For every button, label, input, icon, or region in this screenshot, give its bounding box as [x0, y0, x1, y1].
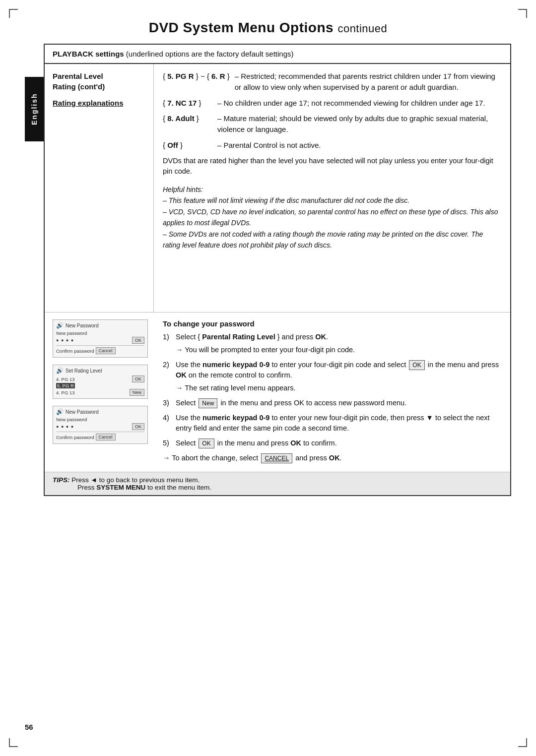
- ss1-row3: Confirm password Cancel: [56, 347, 144, 354]
- rating-row-nc17: { 7. NC 17 } – No children under age 17;…: [163, 98, 500, 109]
- tips-tip1: Press ◄ to go back to previous menu item…: [71, 476, 200, 484]
- ss2-row1: 4. PG 13 OK: [56, 376, 144, 382]
- screenshots-column: 🔊 New Password New password ● ● ● ● OK C…: [45, 319, 154, 468]
- ss3-icon: 🔊: [56, 408, 64, 415]
- corner-bl: [9, 738, 18, 747]
- rating-code-nc17: { 7. NC 17 }: [163, 98, 217, 109]
- ss2-item1: 4. PG 13: [56, 377, 75, 382]
- rating-code-pgr: { 5. PG R } ~ { 6. R }: [163, 71, 235, 93]
- helpful-hints: Helpful hints: – This feature will not l…: [163, 184, 500, 251]
- content-area: Parental Level Rating (cont'd) Rating ex…: [45, 64, 510, 312]
- steps-list: 1) Select { Parental Rating Level } and …: [163, 332, 501, 464]
- ss2-row2: 5. PG R: [56, 383, 144, 388]
- ss1-title-text: New Password: [66, 323, 99, 328]
- rating-code-off: { Off }: [163, 140, 217, 151]
- step-1-arrow-text: → You will be prompted to enter your fou…: [176, 345, 355, 356]
- rating-desc-adult: – Mature material; should be viewed only…: [217, 113, 500, 135]
- ss3-label2: Confirm password: [56, 435, 94, 440]
- ss3-row2: ● ● ● ● OK: [56, 423, 144, 430]
- step-5-text: Select OK in the menu and press OK to co…: [176, 438, 501, 449]
- ss1-label1: New password: [56, 330, 91, 336]
- ss3-title: 🔊 New Password: [56, 408, 144, 415]
- change-password-instructions: To change your password 1) Select { Pare…: [154, 319, 510, 468]
- tips-tip2: Press SYSTEM MENU to exit the menu item.: [77, 484, 211, 491]
- ss3-row3: Confirm password Cancel: [56, 434, 144, 441]
- ss2-icon: 🔊: [56, 367, 64, 374]
- step-5: 5) Select OK in the menu and press OK to…: [163, 438, 501, 449]
- ss3-separator: [56, 432, 144, 432]
- ss2-title-text: Set Rating Level: [66, 368, 102, 374]
- step-2-arrow: → The set rating level menu appears.: [176, 383, 501, 394]
- title-continued: continued: [337, 22, 387, 35]
- right-column: { 5. PG R } ~ { 6. R } – Restricted; rec…: [154, 64, 510, 312]
- step-4: 4) Use the numeric keypad 0-9 to enter y…: [163, 413, 501, 435]
- ss2-item3: 4. PG 13: [56, 390, 75, 395]
- rating-row-adult: { 8. Adult } – Mature material; should b…: [163, 113, 500, 135]
- rating-desc-nc17: – No children under age 17; not recommen…: [217, 98, 500, 109]
- rating-row-pgr: { 5. PG R } ~ { 6. R } – Restricted; rec…: [163, 71, 500, 93]
- step-2-num: 2): [163, 360, 172, 381]
- step-3: 3) Select New in the menu and press OK t…: [163, 398, 501, 409]
- step-2: 2) Use the numeric keypad 0-9 to enter y…: [163, 360, 501, 381]
- step-3-num: 3): [163, 398, 172, 409]
- ss1-row2: ● ● ● ● OK: [56, 337, 144, 344]
- step-2-text: Use the numeric keypad 0-9 to enter your…: [176, 360, 501, 381]
- title-text: DVD System Menu Options: [149, 20, 334, 35]
- step-5-num: 5): [163, 438, 172, 449]
- page-number: 56: [25, 723, 33, 731]
- step-2-arrow-text: → The set rating level menu appears.: [176, 383, 296, 394]
- rating-desc-off: – Parental Control is not active.: [217, 140, 500, 151]
- ss3-cancel-btn[interactable]: Cancel: [96, 434, 116, 441]
- left-column: Parental Level Rating (cont'd) Rating ex…: [45, 64, 154, 312]
- playback-header-bold: PLAYBACK settings: [53, 50, 124, 58]
- english-sidebar-label: English: [25, 77, 44, 141]
- rating-code-adult: { 8. Adult }: [163, 113, 217, 135]
- new-button-inline[interactable]: New: [199, 398, 217, 408]
- hint-1: – This feature will not limit viewing if…: [163, 195, 500, 206]
- bottom-section: 🔊 New Password New password ● ● ● ● OK C…: [45, 312, 510, 468]
- screenshot-new-password-2: 🔊 New Password New password ● ● ● ● OK C…: [53, 406, 148, 444]
- playback-header: PLAYBACK settings (underlined options ar…: [45, 45, 510, 64]
- tips-label: TIPS:: [53, 476, 70, 484]
- rating-contd-label: Rating (cont'd): [53, 82, 147, 91]
- main-content-box: PLAYBACK settings (underlined options ar…: [44, 44, 511, 496]
- ss1-cancel-btn[interactable]: Cancel: [96, 347, 116, 354]
- ss1-title: 🔊 New Password: [56, 322, 144, 329]
- ss1-label2: Confirm password: [56, 348, 94, 354]
- playback-header-note: (underlined options are the factory defa…: [126, 50, 294, 58]
- ss2-ok-btn[interactable]: OK: [132, 376, 144, 382]
- ss3-title-text: New Password: [66, 409, 99, 415]
- change-pw-title: To change your password: [163, 319, 501, 328]
- ss2-item2-selected: 5. PG R: [56, 383, 75, 388]
- ok-button-inline-2[interactable]: OK: [199, 439, 214, 448]
- abort-note: → To abort the change, select CANCEL and…: [163, 453, 501, 464]
- step-1-arrow: → You will be prompted to enter your fou…: [176, 345, 501, 356]
- ss1-ok-btn[interactable]: OK: [132, 337, 144, 344]
- rating-explanations-label: Rating explanations: [53, 99, 147, 107]
- hints-title: Helpful hints:: [163, 184, 500, 195]
- step-4-num: 4): [163, 413, 172, 435]
- screenshot-set-rating: 🔊 Set Rating Level 4. PG 13 OK 5. PG R 4…: [53, 365, 148, 399]
- cancel-button-inline[interactable]: CANCEL: [261, 453, 292, 463]
- corner-tl: [9, 9, 18, 18]
- corner-tr: [518, 9, 527, 18]
- step-3-text: Select New in the menu and press OK to a…: [176, 398, 501, 409]
- ss1-dots1: ● ● ● ●: [56, 338, 131, 343]
- ss3-label1: New password: [56, 417, 91, 422]
- tips-bar: TIPS: Press ◄ to go back to previous men…: [45, 472, 510, 495]
- hint-2: – VCD, SVCD, CD have no level indication…: [163, 206, 500, 229]
- page: DVD System Menu Options continued Englis…: [0, 0, 536, 756]
- rating-desc-pgr: – Restricted; recommended that parents r…: [235, 71, 500, 93]
- ss1-row1: New password: [56, 330, 144, 336]
- screenshot-new-password-1: 🔊 New Password New password ● ● ● ● OK C…: [53, 319, 148, 358]
- ss2-row3: 4. PG 13 New: [56, 389, 144, 396]
- step-1: 1) Select { Parental Rating Level } and …: [163, 332, 501, 343]
- parental-level-label: Parental Level: [53, 72, 147, 80]
- ok-button-inline-1[interactable]: OK: [409, 360, 424, 370]
- ss1-icon: 🔊: [56, 322, 64, 329]
- ss1-separator: [56, 345, 144, 346]
- ss3-ok-btn[interactable]: OK: [132, 423, 144, 430]
- ss2-new-btn[interactable]: New: [130, 389, 144, 396]
- ss3-row1: New password: [56, 417, 144, 422]
- abort-note-text: → To abort the change, select CANCEL and…: [163, 453, 342, 464]
